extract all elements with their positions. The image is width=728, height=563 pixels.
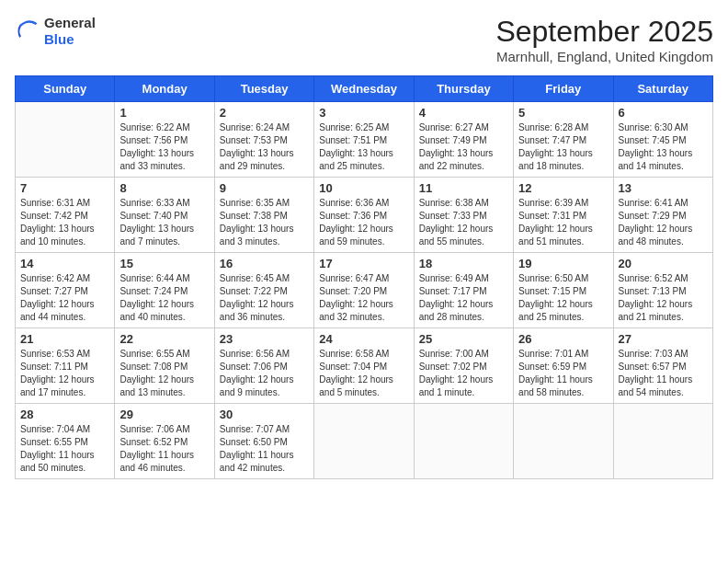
day-number: 19 bbox=[518, 257, 608, 270]
calendar-table: SundayMondayTuesdayWednesdayThursdayFrid… bbox=[15, 75, 713, 479]
day-number: 4 bbox=[419, 106, 508, 120]
calendar-cell bbox=[613, 404, 712, 479]
calendar-cell: 30Sunrise: 7:07 AMSunset: 6:50 PMDayligh… bbox=[214, 404, 313, 479]
weekday-header-friday: Friday bbox=[514, 76, 613, 102]
calendar-cell: 3Sunrise: 6:25 AMSunset: 7:51 PMDaylight… bbox=[314, 102, 414, 178]
day-info: Sunrise: 6:56 AMSunset: 7:06 PMDaylight:… bbox=[220, 348, 309, 399]
weekday-header-thursday: Thursday bbox=[414, 76, 513, 102]
calendar-cell: 27Sunrise: 7:03 AMSunset: 6:57 PMDayligh… bbox=[613, 328, 712, 404]
calendar-cell: 23Sunrise: 6:56 AMSunset: 7:06 PMDayligh… bbox=[214, 328, 313, 404]
week-row-4: 21Sunrise: 6:53 AMSunset: 7:11 PMDayligh… bbox=[16, 328, 713, 404]
day-number: 20 bbox=[619, 257, 708, 270]
day-info: Sunrise: 6:36 AMSunset: 7:36 PMDaylight:… bbox=[319, 197, 408, 248]
calendar-cell: 20Sunrise: 6:52 AMSunset: 7:13 PMDayligh… bbox=[613, 253, 712, 328]
day-number: 5 bbox=[518, 106, 608, 120]
day-number: 13 bbox=[619, 181, 708, 195]
calendar-cell: 17Sunrise: 6:47 AMSunset: 7:20 PMDayligh… bbox=[314, 253, 414, 328]
logo-text: General Blue bbox=[44, 15, 96, 48]
calendar-cell: 16Sunrise: 6:45 AMSunset: 7:22 PMDayligh… bbox=[214, 253, 313, 328]
calendar-cell: 10Sunrise: 6:36 AMSunset: 7:36 PMDayligh… bbox=[314, 178, 414, 253]
calendar-cell: 24Sunrise: 6:58 AMSunset: 7:04 PMDayligh… bbox=[314, 328, 414, 404]
day-number: 25 bbox=[419, 332, 508, 346]
day-number: 28 bbox=[20, 408, 109, 421]
day-info: Sunrise: 7:06 AMSunset: 6:52 PMDaylight:… bbox=[119, 423, 209, 475]
day-info: Sunrise: 6:22 AMSunset: 7:56 PMDaylight:… bbox=[119, 121, 209, 173]
day-info: Sunrise: 6:30 AMSunset: 7:45 PMDaylight:… bbox=[619, 121, 708, 173]
day-info: Sunrise: 6:42 AMSunset: 7:27 PMDaylight:… bbox=[20, 272, 109, 324]
calendar-cell: 12Sunrise: 6:39 AMSunset: 7:31 PMDayligh… bbox=[514, 178, 613, 253]
week-row-2: 7Sunrise: 6:31 AMSunset: 7:42 PMDaylight… bbox=[16, 178, 713, 253]
calendar-cell: 13Sunrise: 6:41 AMSunset: 7:29 PMDayligh… bbox=[613, 178, 712, 253]
logo-blue: Blue bbox=[44, 31, 74, 47]
calendar-cell bbox=[16, 102, 115, 178]
logo-icon bbox=[15, 18, 40, 44]
weekday-header-sunday: Sunday bbox=[16, 76, 115, 102]
day-number: 24 bbox=[319, 332, 408, 346]
day-info: Sunrise: 6:39 AMSunset: 7:31 PMDaylight:… bbox=[518, 197, 608, 248]
calendar-cell: 26Sunrise: 7:01 AMSunset: 6:59 PMDayligh… bbox=[514, 328, 613, 404]
day-number: 27 bbox=[619, 332, 708, 346]
day-number: 30 bbox=[220, 408, 309, 421]
calendar-cell: 7Sunrise: 6:31 AMSunset: 7:42 PMDaylight… bbox=[16, 178, 115, 253]
week-row-1: 1Sunrise: 6:22 AMSunset: 7:56 PMDaylight… bbox=[16, 102, 713, 178]
calendar-cell bbox=[414, 404, 513, 479]
day-number: 12 bbox=[518, 181, 608, 195]
calendar-cell: 2Sunrise: 6:24 AMSunset: 7:53 PMDaylight… bbox=[214, 102, 313, 178]
logo: General Blue bbox=[15, 15, 96, 48]
calendar-cell: 22Sunrise: 6:55 AMSunset: 7:08 PMDayligh… bbox=[115, 328, 214, 404]
day-info: Sunrise: 6:25 AMSunset: 7:51 PMDaylight:… bbox=[319, 121, 408, 173]
day-info: Sunrise: 7:07 AMSunset: 6:50 PMDaylight:… bbox=[220, 423, 309, 475]
page-header: General Blue September 2025 Marnhull, En… bbox=[15, 15, 713, 64]
calendar-cell: 9Sunrise: 6:35 AMSunset: 7:38 PMDaylight… bbox=[214, 178, 313, 253]
day-number: 10 bbox=[319, 181, 408, 195]
day-info: Sunrise: 6:49 AMSunset: 7:17 PMDaylight:… bbox=[419, 272, 508, 324]
calendar-cell: 4Sunrise: 6:27 AMSunset: 7:49 PMDaylight… bbox=[414, 102, 513, 178]
weekday-header-row: SundayMondayTuesdayWednesdayThursdayFrid… bbox=[16, 76, 713, 102]
day-info: Sunrise: 6:45 AMSunset: 7:22 PMDaylight:… bbox=[220, 272, 309, 324]
calendar-cell bbox=[514, 404, 613, 479]
day-number: 1 bbox=[119, 106, 209, 120]
day-number: 26 bbox=[518, 332, 608, 346]
day-number: 11 bbox=[419, 181, 508, 195]
calendar-cell: 28Sunrise: 7:04 AMSunset: 6:55 PMDayligh… bbox=[16, 404, 115, 479]
day-number: 18 bbox=[419, 257, 508, 270]
day-number: 17 bbox=[319, 257, 408, 270]
day-number: 8 bbox=[119, 181, 209, 195]
day-info: Sunrise: 6:41 AMSunset: 7:29 PMDaylight:… bbox=[619, 197, 708, 248]
day-info: Sunrise: 7:01 AMSunset: 6:59 PMDaylight:… bbox=[518, 348, 608, 399]
day-number: 29 bbox=[119, 408, 209, 421]
day-info: Sunrise: 6:47 AMSunset: 7:20 PMDaylight:… bbox=[319, 272, 408, 324]
calendar-cell: 18Sunrise: 6:49 AMSunset: 7:17 PMDayligh… bbox=[414, 253, 513, 328]
day-info: Sunrise: 6:52 AMSunset: 7:13 PMDaylight:… bbox=[619, 272, 708, 324]
day-number: 2 bbox=[220, 106, 309, 120]
weekday-header-monday: Monday bbox=[115, 76, 214, 102]
day-info: Sunrise: 6:27 AMSunset: 7:49 PMDaylight:… bbox=[419, 121, 508, 173]
calendar-cell: 19Sunrise: 6:50 AMSunset: 7:15 PMDayligh… bbox=[514, 253, 613, 328]
week-row-3: 14Sunrise: 6:42 AMSunset: 7:27 PMDayligh… bbox=[16, 253, 713, 328]
calendar-cell: 25Sunrise: 7:00 AMSunset: 7:02 PMDayligh… bbox=[414, 328, 513, 404]
day-number: 16 bbox=[220, 257, 309, 270]
weekday-header-wednesday: Wednesday bbox=[314, 76, 414, 102]
day-number: 21 bbox=[20, 332, 109, 346]
day-info: Sunrise: 6:28 AMSunset: 7:47 PMDaylight:… bbox=[518, 121, 608, 173]
day-info: Sunrise: 6:58 AMSunset: 7:04 PMDaylight:… bbox=[319, 348, 408, 399]
day-number: 15 bbox=[119, 257, 209, 270]
day-number: 22 bbox=[119, 332, 209, 346]
day-info: Sunrise: 6:38 AMSunset: 7:33 PMDaylight:… bbox=[419, 197, 508, 248]
day-info: Sunrise: 7:03 AMSunset: 6:57 PMDaylight:… bbox=[619, 348, 708, 399]
calendar-cell bbox=[314, 404, 414, 479]
weekday-header-tuesday: Tuesday bbox=[214, 76, 313, 102]
location-label: Marnhull, England, United Kingdom bbox=[495, 49, 713, 64]
calendar-cell: 14Sunrise: 6:42 AMSunset: 7:27 PMDayligh… bbox=[16, 253, 115, 328]
weekday-header-saturday: Saturday bbox=[613, 76, 712, 102]
day-info: Sunrise: 6:35 AMSunset: 7:38 PMDaylight:… bbox=[220, 197, 309, 248]
day-number: 14 bbox=[20, 257, 109, 270]
day-info: Sunrise: 6:33 AMSunset: 7:40 PMDaylight:… bbox=[119, 197, 209, 248]
calendar-cell: 11Sunrise: 6:38 AMSunset: 7:33 PMDayligh… bbox=[414, 178, 513, 253]
day-info: Sunrise: 7:00 AMSunset: 7:02 PMDaylight:… bbox=[419, 348, 508, 399]
logo-general: General bbox=[44, 15, 96, 30]
calendar-cell: 21Sunrise: 6:53 AMSunset: 7:11 PMDayligh… bbox=[16, 328, 115, 404]
day-number: 3 bbox=[319, 106, 408, 120]
day-info: Sunrise: 6:50 AMSunset: 7:15 PMDaylight:… bbox=[518, 272, 608, 324]
calendar-cell: 29Sunrise: 7:06 AMSunset: 6:52 PMDayligh… bbox=[115, 404, 214, 479]
